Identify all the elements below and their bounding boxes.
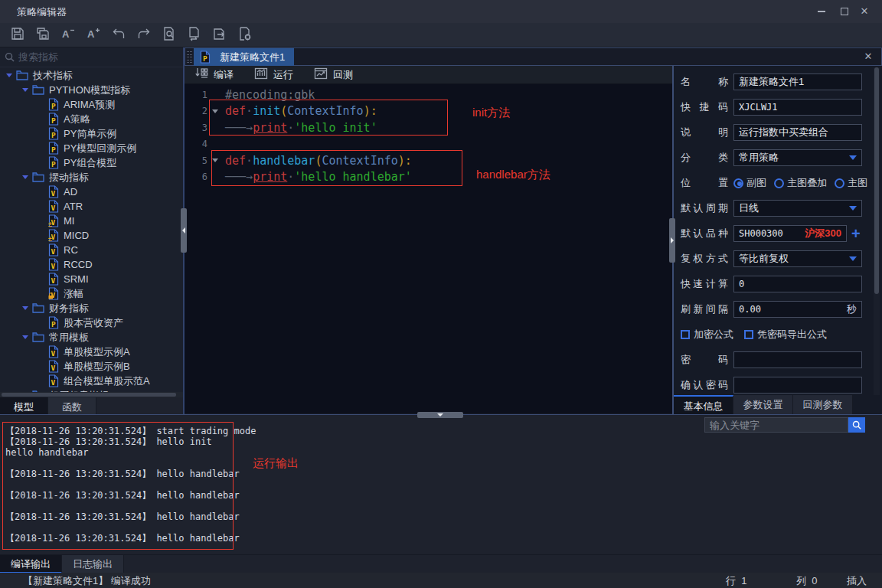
scrollbar-thumb[interactable] xyxy=(2,393,176,397)
run-button[interactable]: 运行 xyxy=(253,66,293,83)
save-button[interactable] xyxy=(9,27,26,44)
说明-input[interactable]: 运行指数中买卖组合 xyxy=(733,124,862,141)
add-symbol-button[interactable]: + xyxy=(851,226,861,241)
expand-arrow-icon[interactable] xyxy=(22,306,28,310)
tree-file-row[interactable]: VSRMI xyxy=(0,272,183,286)
tree-file-row[interactable]: V单股模型示例B xyxy=(0,359,183,374)
undo-button[interactable] xyxy=(110,27,127,44)
tree-folder-row[interactable]: 常用模板 xyxy=(0,330,183,345)
tree-file-row[interactable]: P股本营收资产 xyxy=(0,315,183,330)
close-button[interactable]: ✕ xyxy=(858,5,871,18)
tree-file-row[interactable]: V单股模型示例A xyxy=(0,345,183,359)
tree-file-row[interactable]: PA策略 xyxy=(0,112,183,126)
find-file-button[interactable] xyxy=(161,27,178,44)
分类-select[interactable]: 常用策略 xyxy=(733,149,862,166)
code-line: 6───→print·'hello handlebar' xyxy=(185,169,672,186)
radio-主图叠加[interactable]: 主图叠加 xyxy=(774,176,827,190)
快速计算-input[interactable]: 0 xyxy=(733,276,862,292)
formula-file-icon: V xyxy=(48,243,59,256)
tree-file-row[interactable]: PPY模型回测示例 xyxy=(0,141,183,155)
sidebar-search-input[interactable] xyxy=(18,51,178,63)
tree-folder-row[interactable]: 财务指标 xyxy=(0,301,183,315)
expand-arrow-icon[interactable] xyxy=(22,175,28,179)
tree-item-label: 单股模型示例B xyxy=(64,360,130,374)
dropdown-arrow-icon xyxy=(849,206,857,211)
tree-file-row[interactable]: PPY简单示例 xyxy=(0,126,183,141)
fold-marker-icon[interactable] xyxy=(207,158,223,162)
expand-arrow-icon[interactable] xyxy=(22,88,28,92)
tree-file-row[interactable]: V±MI xyxy=(0,214,183,228)
font-increase-button[interactable]: A xyxy=(85,27,102,44)
tree-file-row[interactable]: VRC xyxy=(0,243,183,257)
默认品种-input[interactable]: SH000300沪深300 xyxy=(733,225,847,242)
名称-input[interactable]: 新建策略文件1 xyxy=(733,74,862,90)
compile-button[interactable]: 编译 xyxy=(194,66,234,83)
backtest-button[interactable]: 回测 xyxy=(313,66,353,83)
redo-button[interactable] xyxy=(136,27,152,44)
selected-value: 常用策略 xyxy=(739,151,779,165)
properties-tab-参数设置[interactable]: 参数设置 xyxy=(733,395,793,415)
line-number: 4 xyxy=(185,139,207,149)
formula-file-icon: V xyxy=(48,273,59,286)
radio-副图[interactable]: 副图 xyxy=(733,176,766,190)
默认周期-select[interactable]: 日线 xyxy=(733,200,862,217)
property-row: 刷新间隔0.00秒 xyxy=(681,301,882,318)
tree-file-row[interactable]: VATR xyxy=(0,199,183,214)
tree-item-label: ATR xyxy=(64,201,83,212)
export-file-button[interactable] xyxy=(211,27,228,44)
tree-folder-row[interactable]: PYTHON模型指标 xyxy=(0,83,183,97)
line-number: 5 xyxy=(185,155,207,166)
editor-toolbar: 编译运行回测 xyxy=(185,66,672,84)
checkbox-加密公式[interactable] xyxy=(681,330,690,339)
python-file-icon: P xyxy=(48,156,59,169)
properties-tab-基本信息[interactable]: 基本信息 xyxy=(674,395,733,415)
tab-grip-handle[interactable] xyxy=(187,51,192,64)
tree-file-row[interactable]: PPY组合模型 xyxy=(0,155,183,170)
right-splitter-handle[interactable] xyxy=(669,218,675,263)
output-line: 【2018-11-26 13:20:31.524】 hello init xyxy=(5,436,694,447)
dropdown-arrow-icon xyxy=(849,155,857,160)
scrollbar-thumb[interactable] xyxy=(874,67,879,294)
output-tab-日志输出[interactable]: 日志输出 xyxy=(62,555,124,573)
bottom-splitter-handle[interactable] xyxy=(417,412,463,418)
property-row: 说明运行指数中买卖组合 xyxy=(681,124,882,141)
checkbox-凭密码导出公式[interactable] xyxy=(744,330,753,339)
tree-file-row[interactable]: V±MICD xyxy=(0,228,183,243)
expand-arrow-icon[interactable] xyxy=(6,74,12,77)
left-splitter-handle[interactable] xyxy=(181,208,187,253)
radio-主图[interactable]: 主图 xyxy=(835,176,867,190)
tree-file-row[interactable]: VAD xyxy=(0,185,183,199)
code-editor[interactable]: 1#encoding:gbk2def·init(ContextInfo):3──… xyxy=(185,84,672,413)
keyword-search-input[interactable] xyxy=(704,417,848,433)
tab-close-icon[interactable]: ✕ xyxy=(861,50,875,64)
properties-tab-回测参数[interactable]: 回测参数 xyxy=(793,395,853,415)
replace-file-button[interactable] xyxy=(186,27,203,44)
output-line: 【2018-11-26 13:20:31.524】 hello handleba… xyxy=(5,490,694,501)
tree-folder-row[interactable]: 摆动指标 xyxy=(0,170,183,185)
output-tab-编译输出[interactable]: 编译输出 xyxy=(0,555,62,573)
tree-file-row[interactable]: V组合模型单股示范A xyxy=(0,374,183,388)
backtest-label: 回测 xyxy=(333,68,353,82)
快捷码-input[interactable]: XJCLWJ1 xyxy=(733,99,862,116)
tree-folder-row[interactable]: 技术指标 xyxy=(0,68,183,83)
svg-text:P: P xyxy=(51,131,56,139)
file-tab[interactable]: P 新建策略文件1 xyxy=(194,48,294,66)
复权方式-select[interactable]: 等比前复权 xyxy=(733,250,862,267)
keyword-search-button[interactable] xyxy=(848,417,865,433)
maximize-button[interactable] xyxy=(838,5,851,18)
tree-file-row[interactable]: V涨幅 xyxy=(0,286,183,301)
刷新间隔-input[interactable]: 0.00秒 xyxy=(733,301,862,318)
file-settings-button[interactable] xyxy=(237,27,253,44)
font-decrease-button[interactable]: A xyxy=(60,27,77,44)
field-label: 默认品种 xyxy=(681,227,728,240)
properties-scrollbar[interactable] xyxy=(874,67,880,395)
minimize-button[interactable] xyxy=(815,5,828,18)
tree-file-row[interactable]: VRCCD xyxy=(0,257,183,272)
密码-input[interactable] xyxy=(733,351,862,368)
tree-file-row[interactable]: PARIMA预测 xyxy=(0,97,183,112)
save-all-button[interactable] xyxy=(34,27,51,44)
expand-arrow-icon[interactable] xyxy=(22,335,28,339)
sidebar-horizontal-scrollbar[interactable] xyxy=(0,392,183,397)
fold-marker-icon[interactable] xyxy=(207,109,223,113)
确认密码-input[interactable] xyxy=(733,377,862,394)
